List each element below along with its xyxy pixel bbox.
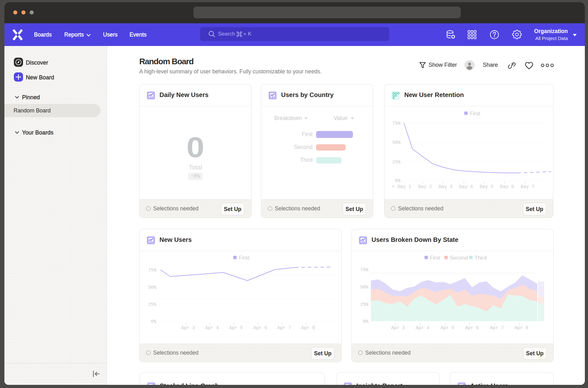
svg-text:50%: 50%	[148, 285, 156, 290]
svg-text:Apr 7: Apr 7	[490, 325, 504, 330]
svg-text:Apr 3: Apr 3	[391, 325, 405, 330]
svg-text:< Day 1: < Day 1	[392, 184, 411, 189]
svg-text:0%: 0%	[363, 319, 369, 324]
svg-text:Third: Third	[475, 255, 487, 261]
svg-text:Apr 8: Apr 8	[301, 325, 315, 330]
svg-text:Apr 3: Apr 3	[181, 325, 195, 330]
svg-text:75%: 75%	[148, 268, 156, 273]
svg-text:Second: Second	[450, 255, 468, 261]
svg-text:Day 3: Day 3	[439, 184, 453, 189]
svg-text:Apr 5: Apr 5	[229, 325, 243, 330]
svg-text:Apr 5: Apr 5	[441, 325, 454, 330]
svg-text:75%: 75%	[392, 121, 401, 126]
svg-text:75%: 75%	[360, 267, 368, 272]
svg-text:Apr 8: Apr 8	[515, 325, 528, 330]
svg-text:Day 5: Day 5	[480, 184, 493, 189]
svg-text:0%: 0%	[395, 178, 401, 183]
svg-text:Apr 4: Apr 4	[416, 325, 429, 330]
svg-text:First: First	[470, 111, 480, 117]
svg-text:Apr 6: Apr 6	[465, 325, 479, 330]
svg-text:25%: 25%	[148, 302, 156, 307]
svg-text:25%: 25%	[360, 302, 368, 307]
svg-text:Day 7: Day 7	[521, 184, 534, 189]
svg-text:0%: 0%	[151, 319, 157, 324]
svg-text:First: First	[239, 255, 249, 261]
svg-text:Day 6: Day 6	[500, 184, 514, 189]
svg-text:Day 2: Day 2	[418, 184, 432, 189]
svg-text:Day 4: Day 4	[459, 184, 473, 189]
svg-text:Apr 7: Apr 7	[277, 325, 291, 330]
svg-text:50%: 50%	[360, 285, 368, 290]
svg-text:25%: 25%	[392, 160, 401, 165]
svg-text:50%: 50%	[392, 140, 401, 145]
svg-text:Apr 4: Apr 4	[205, 325, 219, 330]
svg-text:First: First	[430, 255, 440, 261]
svg-text:Apr 6: Apr 6	[253, 325, 267, 330]
